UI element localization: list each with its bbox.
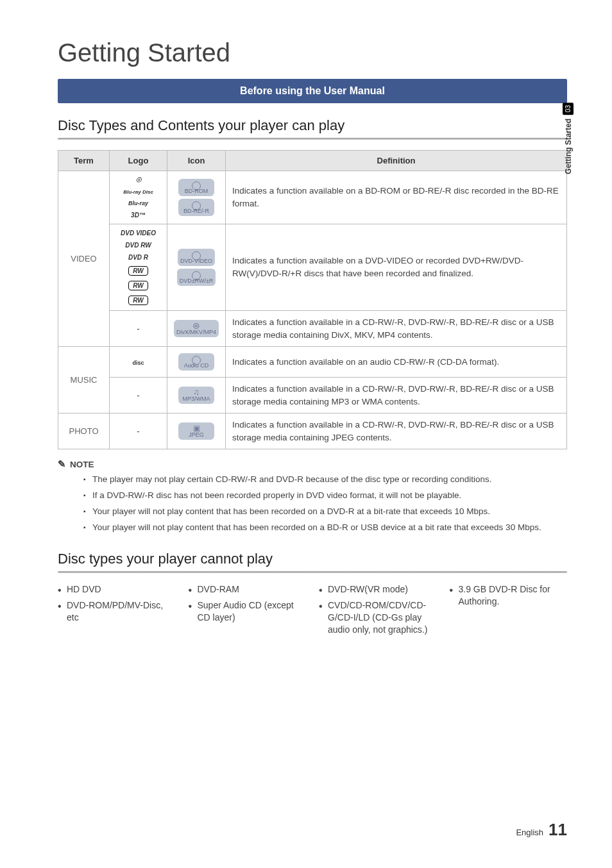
compact-disc-logo: disc	[132, 360, 144, 366]
term-music: MUSIC	[58, 347, 110, 413]
icon-cell: JPEG	[167, 413, 226, 449]
cannot-play-columns: HD DVD DVD-ROM/PD/MV-Disc, etc DVD-RAM S…	[58, 583, 567, 640]
definition-cell: Indicates a function available on a DVD-…	[226, 224, 567, 311]
logo-cell: -	[110, 311, 167, 347]
icon-cell: MP3/WMA	[167, 378, 226, 413]
bluray-disc-logo: ⦾	[136, 176, 141, 184]
page-number: 11	[548, 820, 567, 840]
logo-cell: ⦾ Blu-ray Disc Blu-ray 3D™	[110, 171, 167, 224]
jpeg-icon: JPEG	[178, 422, 214, 440]
definition-cell: Indicates a function available on a BD-R…	[226, 171, 567, 224]
footer-language: English	[516, 828, 543, 837]
audio-cd-icon: Audio CD	[178, 353, 214, 371]
subheading-disc-types-play: Disc Types and Contents your player can …	[58, 117, 567, 134]
side-tab: 03 Getting Started	[563, 103, 574, 174]
list-item: DVD-RAM	[189, 583, 307, 596]
list-item: HD DVD	[58, 583, 176, 596]
th-definition: Definition	[226, 151, 567, 171]
dvd-rw-r-icon: DVD±RW/±R	[177, 269, 216, 286]
cannot-col-1: HD DVD DVD-ROM/PD/MV-Disc, etc	[58, 583, 176, 640]
icon-cell: BD-ROM BD-RE/-R	[167, 171, 226, 224]
dvd-video-logo: DVD VIDEO	[121, 230, 156, 237]
list-item: CVD/CD-ROM/CDV/CD-G/CD-I/LD (CD-Gs play …	[319, 599, 437, 636]
term-photo: PHOTO	[58, 413, 110, 449]
note-label: NOTE	[70, 460, 94, 469]
chapter-label: Getting Started	[564, 119, 573, 174]
rw-plusr-logo-1: RW	[128, 281, 148, 290]
section-banner: Before using the User Manual	[58, 79, 567, 103]
logo-cell: disc	[110, 347, 167, 378]
dvd-video-icon: DVD-VIDEO	[178, 249, 215, 266]
definition-cell: Indicates a function available on an aud…	[226, 347, 567, 378]
list-item: Super Audio CD (except CD layer)	[189, 599, 307, 624]
term-video: VIDEO	[58, 171, 110, 347]
th-term: Term	[58, 151, 110, 171]
icon-cell: DivX/MKV/MP4	[167, 311, 226, 347]
bd-re-r-icon: BD-RE/-R	[178, 199, 214, 216]
bluray-disc-label: Blu-ray Disc	[123, 189, 153, 195]
icon-cell: Audio CD	[167, 347, 226, 378]
definition-cell: Indicates a function available in a CD-R…	[226, 378, 567, 413]
icon-cell: DVD-VIDEO DVD±RW/±R	[167, 224, 226, 311]
page: 03 Getting Started Getting Started Befor…	[0, 0, 612, 868]
rw-plusr-logo-2: RW	[128, 296, 148, 305]
note-item: Your player will not play content that h…	[83, 522, 567, 534]
subheading-cannot-play: Disc types your player cannot play	[58, 551, 567, 567]
definition-cell: Indicates a function available in a CD-R…	[226, 311, 567, 347]
chapter-number: 03	[563, 103, 574, 115]
th-logo: Logo	[110, 151, 167, 171]
note-heading: ✎ NOTE	[58, 458, 567, 470]
divider	[58, 138, 567, 140]
note-block: ✎ NOTE The player may not play certain C…	[58, 458, 567, 534]
note-item: Your player will not play content that h…	[83, 506, 567, 518]
divx-mkv-mp4-icon: DivX/MKV/MP4	[174, 320, 219, 337]
logo-cell: -	[110, 413, 167, 449]
mp3-wma-icon: MP3/WMA	[178, 387, 214, 404]
bluray-label: Blu-ray	[128, 200, 148, 206]
dvd-rw-logo: DVD RW	[125, 242, 151, 249]
dvd-r-logo: DVD R	[128, 254, 148, 261]
cannot-col-3: DVD-RW(VR mode) CVD/CD-ROM/CDV/CD-G/CD-I…	[319, 583, 437, 640]
rw-rewritable-logo: RW	[128, 266, 148, 276]
page-footer: English 11	[516, 820, 567, 840]
table-row: DVD VIDEO DVD RW DVD R RW RW RW DVD-VIDE…	[58, 224, 567, 311]
cannot-col-4: 3.9 GB DVD-R Disc for Authoring.	[450, 583, 568, 640]
th-icon: Icon	[167, 151, 226, 171]
cannot-col-2: DVD-RAM Super Audio CD (except CD layer)	[189, 583, 307, 640]
list-item: DVD-ROM/PD/MV-Disc, etc	[58, 599, 176, 624]
table-row: PHOTO - JPEG Indicates a function availa…	[58, 413, 567, 449]
list-item: 3.9 GB DVD-R Disc for Authoring.	[450, 583, 568, 608]
table-row: - MP3/WMA Indicates a function available…	[58, 378, 567, 413]
bluray-3d-label: 3D™	[131, 212, 146, 219]
definition-cell: Indicates a function available in a CD-R…	[226, 413, 567, 449]
bd-rom-icon: BD-ROM	[178, 179, 214, 196]
table-row: MUSIC disc Audio CD Indicates a function…	[58, 347, 567, 378]
table-row: - DivX/MKV/MP4 Indicates a function avai…	[58, 311, 567, 347]
page-title: Getting Started	[58, 38, 567, 67]
logo-cell: DVD VIDEO DVD RW DVD R RW RW RW	[110, 224, 167, 311]
logo-cell: -	[110, 378, 167, 413]
note-item: The player may not play certain CD-RW/-R…	[83, 474, 567, 486]
disc-types-table: Term Logo Icon Definition VIDEO ⦾ Blu-ra…	[58, 150, 567, 449]
list-item: DVD-RW(VR mode)	[319, 583, 437, 596]
divider	[58, 571, 567, 573]
note-item: If a DVD-RW/-R disc has not been recorde…	[83, 490, 567, 502]
table-row: VIDEO ⦾ Blu-ray Disc Blu-ray 3D™ BD-ROM …	[58, 171, 567, 224]
note-icon: ✎	[58, 458, 66, 470]
